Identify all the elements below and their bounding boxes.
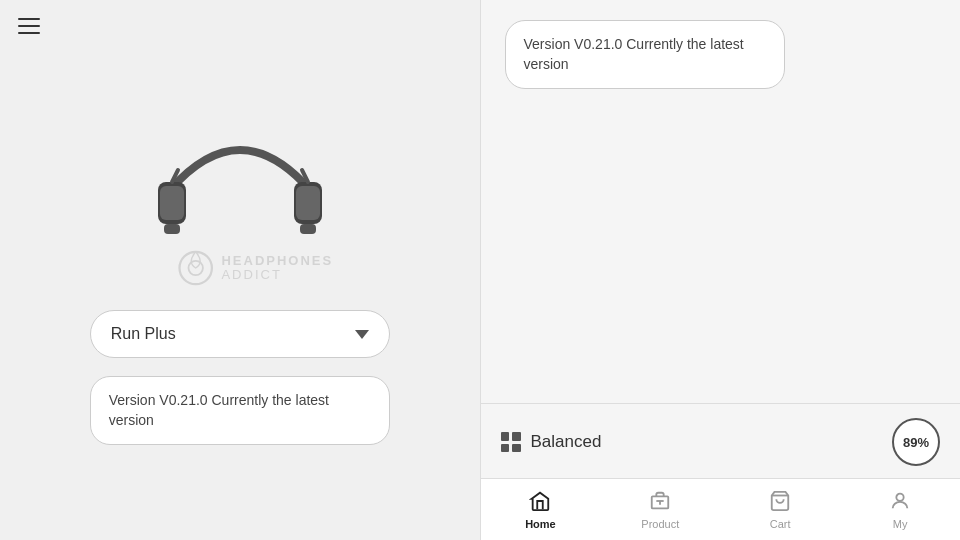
right-content: Version V0.21.0 Currently the latest ver… — [481, 0, 960, 403]
nav-label-product: Product — [641, 518, 679, 530]
balanced-left: Balanced — [501, 432, 602, 452]
watermark-sub: ADDICT — [221, 268, 333, 282]
nav-item-home[interactable]: Home — [481, 479, 601, 540]
bottom-area: Balanced 89% Home — [481, 403, 960, 540]
dropdown-label: Run Plus — [111, 325, 176, 343]
version-box-right: Version V0.21.0 Currently the latest ver… — [505, 20, 785, 89]
nav-label-home: Home — [525, 518, 556, 530]
menu-icon[interactable] — [18, 18, 40, 34]
nav-item-product[interactable]: Product — [600, 479, 720, 540]
version-box-left: Version V0.21.0 Currently the latest ver… — [90, 376, 390, 445]
dropdown-button[interactable]: Run Plus — [90, 310, 390, 358]
nav-item-my[interactable]: My — [840, 479, 960, 540]
nav-label-cart: Cart — [770, 518, 791, 530]
bottom-nav: Home Product — [481, 478, 960, 540]
nav-label-my: My — [893, 518, 908, 530]
left-panel: HEADPHONES ADDICT Run Plus Version V0.21… — [0, 0, 480, 540]
version-text-right: Version V0.21.0 Currently the latest ver… — [524, 36, 744, 72]
chevron-down-icon — [355, 330, 369, 339]
product-icon — [649, 490, 671, 515]
grid-icon — [501, 432, 521, 452]
svg-rect-4 — [164, 224, 180, 234]
nav-item-cart[interactable]: Cart — [720, 479, 840, 540]
my-icon — [889, 490, 911, 515]
headphone-svg — [140, 100, 340, 260]
svg-rect-5 — [300, 224, 316, 234]
right-panel: Version V0.21.0 Currently the latest ver… — [481, 0, 960, 540]
cart-icon — [769, 490, 791, 515]
home-icon — [529, 490, 551, 515]
watermark: HEADPHONES ADDICT — [177, 250, 333, 286]
svg-rect-1 — [160, 186, 184, 220]
balanced-label: Balanced — [531, 432, 602, 452]
progress-value: 89% — [903, 435, 929, 450]
version-text-left: Version V0.21.0 Currently the latest ver… — [109, 392, 329, 428]
watermark-brand: HEADPHONES — [221, 254, 333, 268]
progress-badge: 89% — [892, 418, 940, 466]
svg-point-13 — [896, 493, 903, 500]
balanced-row: Balanced 89% — [481, 404, 960, 478]
svg-rect-3 — [296, 186, 320, 220]
